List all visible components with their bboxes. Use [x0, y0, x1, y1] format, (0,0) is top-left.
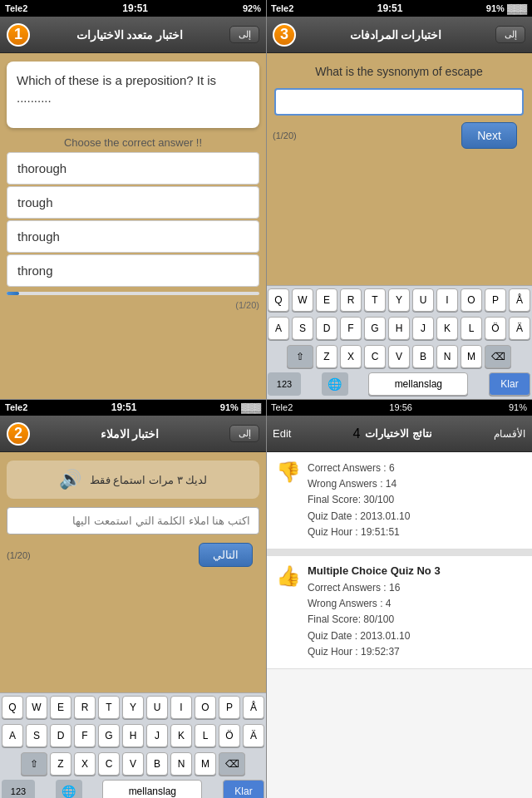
q3-key-y[interactable]: Y: [388, 288, 410, 312]
q3-key-w[interactable]: W: [292, 288, 313, 312]
q3-key-space[interactable]: mellanslag: [368, 372, 468, 396]
q3-key-l[interactable]: L: [461, 317, 482, 340]
q1-option-4[interactable]: throng: [7, 254, 259, 287]
q3-key-a-umlaut[interactable]: Ä: [509, 317, 530, 340]
q3-key-q[interactable]: Q: [268, 288, 289, 312]
key-d[interactable]: D: [50, 724, 71, 747]
key-shift[interactable]: ⇧: [21, 752, 47, 776]
q3-keyboard: Q W E R T Y U I O P Å A S D F G H J K: [266, 285, 532, 399]
q3-key-i[interactable]: I: [436, 288, 458, 312]
key-v[interactable]: V: [122, 752, 144, 776]
q3-key-x[interactable]: X: [340, 345, 362, 368]
q3-key-r[interactable]: R: [340, 288, 362, 312]
key-l[interactable]: L: [195, 724, 216, 747]
q3-key-b[interactable]: B: [412, 345, 434, 368]
q3-key-globe[interactable]: 🌐: [322, 372, 348, 396]
q3-key-m[interactable]: M: [461, 345, 482, 368]
q3-key-shift[interactable]: ⇧: [287, 345, 313, 368]
q1-option-1[interactable]: thorough: [7, 152, 259, 185]
key-z[interactable]: Z: [50, 752, 71, 776]
q3-key-v[interactable]: V: [388, 345, 410, 368]
key-m[interactable]: M: [195, 752, 216, 776]
key-o-umlaut[interactable]: Ö: [219, 724, 240, 747]
q3-key-t[interactable]: T: [364, 288, 386, 312]
q2-back-btn[interactable]: إلى: [229, 425, 259, 442]
key-b[interactable]: B: [146, 752, 168, 776]
key-r[interactable]: R: [74, 696, 96, 719]
key-t[interactable]: T: [98, 696, 120, 719]
q3-time: 19:51: [377, 2, 403, 14]
q3-key-delete[interactable]: ⌫: [485, 345, 511, 368]
key-k[interactable]: K: [170, 724, 192, 747]
key-q[interactable]: Q: [2, 696, 23, 719]
speaker-icon[interactable]: 🔊: [59, 469, 81, 490]
key-f[interactable]: F: [74, 724, 96, 747]
q3-key-h[interactable]: H: [388, 317, 410, 340]
q3-key-z[interactable]: Z: [316, 345, 337, 368]
q2-keyboard-row-3: ⇧ Z X C V B N M ⌫: [0, 750, 266, 778]
q3-key-a-ring[interactable]: Å: [509, 288, 530, 312]
q1-option-3[interactable]: through: [7, 220, 259, 253]
q2-next-btn[interactable]: التالي: [199, 543, 253, 567]
q4-date-1: Quiz Date : 2013.01.10: [308, 509, 522, 525]
key-a[interactable]: A: [2, 724, 23, 747]
q3-back-btn[interactable]: إلى: [495, 26, 525, 43]
q3-key-s[interactable]: S: [292, 317, 313, 340]
q1-progress-bar-fill: [7, 292, 19, 295]
q3-key-f[interactable]: F: [340, 317, 362, 340]
key-space[interactable]: mellanslag: [102, 780, 202, 798]
q4-section-btn[interactable]: الأقسام: [494, 428, 525, 440]
q3-key-u[interactable]: U: [412, 288, 434, 312]
q4-result-1: 👎 Correct Answers : 6 Wrong Answers : 14…: [266, 452, 532, 549]
key-j[interactable]: J: [146, 724, 168, 747]
q3-next-btn[interactable]: Next: [461, 122, 517, 149]
q4-score-2: Final Score: 80/100: [308, 612, 522, 628]
key-e[interactable]: E: [50, 696, 71, 719]
thumbs-down-icon: 👎: [276, 461, 301, 484]
key-klar[interactable]: Klar: [223, 780, 264, 798]
q3-answer-input[interactable]: [274, 88, 524, 116]
q1-status-bar: Tele2 19:51 92%: [0, 0, 266, 17]
q3-key-j[interactable]: J: [412, 317, 434, 340]
key-h[interactable]: H: [122, 724, 144, 747]
q3-key-c[interactable]: C: [364, 345, 386, 368]
q3-key-a[interactable]: A: [268, 317, 289, 340]
key-w[interactable]: W: [26, 696, 47, 719]
q2-keyboard-row-4: 123 🌐 mellanslag Klar: [0, 778, 266, 798]
q3-key-o-umlaut[interactable]: Ö: [485, 317, 506, 340]
q1-option-2[interactable]: trough: [7, 186, 259, 219]
key-g[interactable]: G: [98, 724, 120, 747]
q3-key-k[interactable]: K: [436, 317, 458, 340]
key-globe[interactable]: 🌐: [56, 780, 82, 798]
key-p[interactable]: P: [219, 696, 240, 719]
key-n[interactable]: N: [170, 752, 192, 776]
q4-edit-btn[interactable]: Edit: [273, 427, 291, 440]
q3-key-d[interactable]: D: [316, 317, 337, 340]
key-u[interactable]: U: [146, 696, 168, 719]
q3-key-e[interactable]: E: [316, 288, 337, 312]
q3-key-g[interactable]: G: [364, 317, 386, 340]
q3-key-klar[interactable]: Klar: [489, 372, 530, 396]
key-x[interactable]: X: [74, 752, 96, 776]
key-y[interactable]: Y: [122, 696, 144, 719]
q4-result-2: 👍 Multiple Choice Quiz No 3 Correct Answ…: [266, 556, 532, 669]
key-o[interactable]: O: [195, 696, 216, 719]
q3-keyboard-row-3: ⇧ Z X C V B N M ⌫: [266, 342, 532, 371]
q1-back-btn[interactable]: إلى: [229, 26, 259, 43]
q3-battery: 91% ▓▓▓: [486, 3, 527, 13]
q4-battery: 91%: [509, 402, 527, 412]
key-a-umlaut[interactable]: Ä: [243, 724, 264, 747]
key-a-ring[interactable]: Å: [243, 696, 264, 719]
q3-key-o[interactable]: O: [461, 288, 482, 312]
key-i[interactable]: I: [170, 696, 192, 719]
q3-key-123[interactable]: 123: [268, 372, 301, 396]
key-s[interactable]: S: [26, 724, 47, 747]
key-c[interactable]: C: [98, 752, 120, 776]
q2-text-input[interactable]: [7, 507, 259, 534]
q4-status-bar: Tele2 19:56 91%: [266, 399, 532, 416]
q1-choose-label: Choose the correct answer !!: [0, 136, 266, 149]
q3-key-p[interactable]: P: [485, 288, 506, 312]
key-delete[interactable]: ⌫: [219, 752, 245, 776]
q3-key-n[interactable]: N: [436, 345, 458, 368]
key-123[interactable]: 123: [2, 780, 35, 798]
